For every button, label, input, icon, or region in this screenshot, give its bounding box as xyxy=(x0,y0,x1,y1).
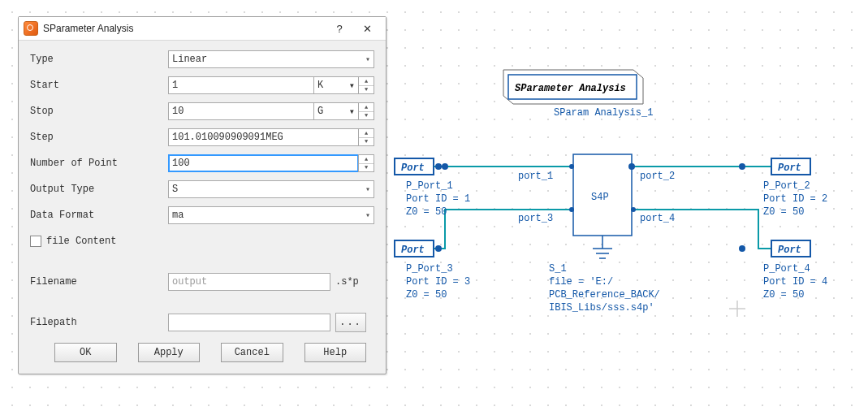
file-content-checkbox[interactable] xyxy=(30,236,41,247)
svg-point-16 xyxy=(569,207,574,212)
svg-text:PCB_Reference_BACK/: PCB_Reference_BACK/ xyxy=(549,289,660,301)
svg-text:P_Port_2: P_Port_2 xyxy=(763,180,810,192)
port-2[interactable]: Port xyxy=(771,158,810,175)
svg-text:P_Port_3: P_Port_3 xyxy=(406,263,453,275)
npoint-label: Number of Point xyxy=(30,158,168,169)
filename-label: Filename xyxy=(30,276,168,288)
file-content-label: file Content xyxy=(46,236,116,247)
svg-text:Port: Port xyxy=(401,244,425,256)
filepath-label: Filepath xyxy=(30,317,168,328)
titleblock-instance: SParam Analysis_1 xyxy=(554,107,653,119)
chevron-down-icon: ▾ xyxy=(365,210,370,220)
svg-text:Port: Port xyxy=(778,162,801,174)
step-label: Step xyxy=(30,132,168,143)
svg-point-17 xyxy=(631,207,636,212)
pin-port2-label: port_2 xyxy=(640,171,675,182)
help-button[interactable]: ? xyxy=(326,17,353,40)
svg-text:Port ID = 3: Port ID = 3 xyxy=(406,276,470,288)
s4p-block[interactable]: S4P xyxy=(573,154,632,258)
port-1[interactable]: Port xyxy=(395,158,434,175)
svg-text:P_Port_4: P_Port_4 xyxy=(763,263,810,275)
filename-suffix: .s*p xyxy=(335,276,359,288)
svg-point-10 xyxy=(442,163,448,170)
port-3[interactable]: Port xyxy=(395,240,434,257)
ok-button[interactable]: OK xyxy=(54,343,117,362)
port-4[interactable]: Port xyxy=(771,240,810,257)
chevron-down-icon: ▾ xyxy=(365,184,370,194)
port-4-text: P_Port_4 Port ID = 4 Z0 = 50 xyxy=(763,263,827,301)
output-type-combo[interactable]: S ▾ xyxy=(168,180,374,198)
stop-unit-combo[interactable]: G ▾ xyxy=(313,102,359,120)
titleblock-title: SParameter Analysis xyxy=(515,83,626,94)
close-button[interactable]: ✕ xyxy=(353,17,381,40)
start-unit-combo[interactable]: K ▾ xyxy=(313,76,359,94)
stop-spinner[interactable]: ▲▼ xyxy=(358,102,374,120)
npoint-input[interactable]: 100 xyxy=(168,154,359,172)
s4p-name: S4P xyxy=(591,192,609,203)
schematic-canvas[interactable]: SParameter Analysis SParam Analysis_1 S4… xyxy=(390,0,868,411)
data-format-combo[interactable]: ma ▾ xyxy=(168,206,374,224)
svg-text:Z0 = 50: Z0 = 50 xyxy=(763,289,804,301)
svg-text:Z0 = 50: Z0 = 50 xyxy=(406,206,447,218)
svg-point-9 xyxy=(435,163,442,170)
cancel-button[interactable]: Cancel xyxy=(221,343,283,362)
pin-port4-label: port_4 xyxy=(640,213,675,224)
data-format-label: Data Format xyxy=(30,210,168,221)
chevron-down-icon: ▾ xyxy=(349,106,355,118)
sparameter-dialog: SParameter Analysis ? ✕ Type Linear ▾ St… xyxy=(18,16,386,374)
output-type-label: Output Type xyxy=(30,184,168,195)
step-input[interactable]: 101.010090909091MEG xyxy=(168,128,359,146)
svg-point-11 xyxy=(628,163,635,170)
svg-point-13 xyxy=(435,245,442,252)
titlebar[interactable]: SParameter Analysis ? ✕ xyxy=(19,17,386,41)
start-input[interactable]: 1 xyxy=(168,76,314,94)
svg-text:Port: Port xyxy=(401,162,425,174)
start-label: Start xyxy=(30,80,168,91)
svg-point-14 xyxy=(739,245,745,252)
pin-port3-label: port_3 xyxy=(518,213,553,224)
npoint-spinner[interactable]: ▲▼ xyxy=(358,154,374,172)
chevron-down-icon: ▾ xyxy=(349,80,355,92)
svg-text:IBIS_Libs/sss.s4p': IBIS_Libs/sss.s4p' xyxy=(549,302,654,314)
svg-text:Z0 = 50: Z0 = 50 xyxy=(406,289,447,301)
svg-point-12 xyxy=(739,163,745,170)
port-2-text: P_Port_2 Port ID = 2 Z0 = 50 xyxy=(763,180,827,218)
type-combo[interactable]: Linear ▾ xyxy=(168,50,374,68)
ground-icon xyxy=(593,236,612,258)
stop-input[interactable]: 10 xyxy=(168,102,314,120)
svg-text:Port: Port xyxy=(778,244,801,256)
help-button[interactable]: Help xyxy=(304,343,367,362)
svg-point-15 xyxy=(569,164,574,169)
apply-button[interactable]: Apply xyxy=(138,343,201,362)
titleblock[interactable]: SParameter Analysis SParam Analysis_1 xyxy=(503,70,653,119)
svg-text:Port ID = 1: Port ID = 1 xyxy=(406,193,470,205)
svg-text:Port ID = 2: Port ID = 2 xyxy=(763,193,827,205)
stop-label: Stop xyxy=(30,106,168,117)
filepath-input[interactable] xyxy=(168,314,330,331)
port-3-text: P_Port_3 Port ID = 3 Z0 = 50 xyxy=(406,263,470,301)
filename-input[interactable]: output xyxy=(168,273,330,291)
browse-button[interactable]: ... xyxy=(335,313,366,332)
type-label: Type xyxy=(30,54,168,65)
step-spinner[interactable]: ▲▼ xyxy=(358,128,374,146)
svg-text:P_Port_1: P_Port_1 xyxy=(406,180,453,192)
svg-text:S_1: S_1 xyxy=(549,263,567,275)
chevron-down-icon: ▾ xyxy=(365,54,370,64)
cursor-crosshair-icon xyxy=(729,301,745,317)
svg-text:file = 'E:/: file = 'E:/ xyxy=(549,276,613,288)
app-icon xyxy=(24,21,38,36)
port-1-text: P_Port_1 Port ID = 1 Z0 = 50 xyxy=(406,180,470,218)
dialog-title: SParameter Analysis xyxy=(43,23,133,34)
pin-port1-label: port_1 xyxy=(518,171,553,182)
svg-text:Port ID = 4: Port ID = 4 xyxy=(763,276,827,288)
svg-text:Z0 = 50: Z0 = 50 xyxy=(763,206,804,218)
s1-text: S_1 file = 'E:/ PCB_Reference_BACK/ IBIS… xyxy=(549,263,660,314)
start-spinner[interactable]: ▲▼ xyxy=(358,76,374,94)
